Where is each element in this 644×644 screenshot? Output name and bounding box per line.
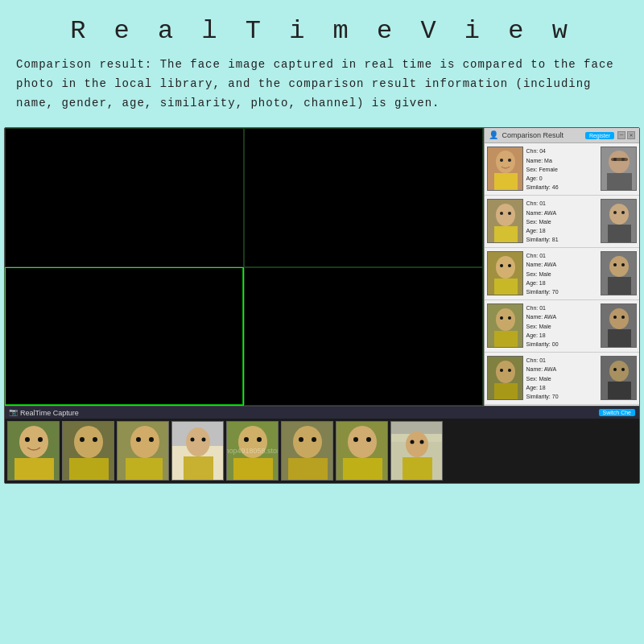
comparison-entry-1: Chn: 04 Name: Ma Sex: Female Age: 0 Simi… [485, 143, 639, 196]
entry-4-chn: Chn: 01 [526, 303, 598, 312]
register-button[interactable]: Register [585, 132, 614, 139]
entry-1-match-photo [601, 147, 637, 191]
entry-2-match-photo [601, 199, 637, 243]
svg-point-25 [508, 264, 511, 267]
svg-rect-38 [608, 329, 631, 348]
capture-bar-title: RealTime Capture [20, 409, 597, 417]
thumbnail-6[interactable] [281, 421, 333, 481]
camera-feed-2 [245, 129, 482, 266]
svg-rect-33 [494, 331, 518, 348]
entry-1-info: Chn: 04 Name: Ma Sex: Female Age: 0 Simi… [526, 147, 598, 192]
thumbnail-2[interactable] [62, 421, 114, 481]
svg-point-4 [508, 159, 511, 162]
thumbnail-7[interactable] [336, 421, 388, 481]
entry-4-sim: Similarity: 00 [526, 340, 598, 349]
thumbnail-4[interactable] [171, 421, 224, 481]
svg-rect-48 [608, 382, 631, 400]
entry-4-info: Chn: 01 Name: AWA Sex: Male Age: 18 Simi… [526, 303, 598, 349]
entry-3-name: Name: AWA [526, 260, 598, 269]
entry-1-age: Age: 0 [526, 174, 598, 183]
entry-4-match-photo [601, 303, 637, 348]
svg-rect-79 [288, 458, 328, 481]
svg-point-35 [508, 316, 511, 320]
svg-rect-74 [233, 458, 273, 481]
entry-2-info: Chn: 01 Name: AWA Sex: Male Age: 18 Simi… [526, 199, 598, 244]
svg-point-20 [621, 211, 625, 214]
capture-bar: 📷 RealTime Capture Switch Che [5, 406, 639, 419]
minimize-button[interactable]: ─ [617, 131, 625, 139]
entry-3-captured-photo [487, 251, 523, 295]
svg-point-47 [609, 361, 629, 382]
page-container: R e a l T i m e V i e w Comparison resul… [0, 0, 644, 644]
capture-bar-icon: 📷 [9, 408, 18, 417]
svg-point-52 [19, 426, 48, 458]
window-controls: ─ ✕ [617, 131, 635, 139]
camera-cell-4 [244, 267, 483, 407]
comparison-entries: Chn: 04 Name: Ma Sex: Female Age: 0 Simi… [485, 143, 639, 406]
svg-rect-13 [494, 226, 518, 243]
entry-3-sim: Similarity: 70 [526, 287, 598, 296]
thumbnail-8[interactable] [390, 421, 443, 481]
comparison-entry-4: Chn: 01 Name: AWA Sex: Male Age: 18 Simi… [485, 300, 639, 353]
svg-point-3 [500, 159, 503, 162]
svg-point-27 [609, 256, 629, 277]
svg-point-70 [191, 438, 195, 442]
svg-point-40 [621, 316, 625, 319]
svg-point-19 [613, 211, 617, 214]
svg-point-90 [406, 431, 428, 457]
bottom-section: 📷 RealTime Capture Switch Che [5, 406, 639, 483]
thumbnails-row: shop4918058.store [5, 419, 639, 483]
svg-point-57 [74, 426, 103, 458]
svg-point-44 [500, 369, 503, 372]
svg-point-24 [500, 264, 503, 267]
switch-channel-button[interactable]: Switch Che [599, 409, 635, 416]
svg-point-55 [38, 437, 43, 442]
svg-point-15 [508, 212, 511, 215]
entry-1-name: Name: Ma [526, 156, 598, 165]
svg-rect-18 [608, 225, 631, 243]
comparison-entry-3: Chn: 01 Name: AWA Sex: Male Age: 18 Simi… [485, 248, 639, 300]
svg-point-62 [130, 426, 159, 458]
entry-2-captured-photo [487, 199, 523, 243]
svg-rect-58 [69, 458, 109, 481]
close-button[interactable]: ✕ [627, 131, 635, 139]
entry-4-sex: Sex: Male [526, 322, 598, 331]
svg-point-17 [609, 204, 629, 225]
svg-rect-84 [343, 458, 382, 481]
thumbnail-5[interactable]: shop4918058.store [226, 421, 279, 481]
svg-point-85 [353, 437, 358, 442]
entry-4-name: Name: AWA [526, 312, 598, 321]
page-description: Comparison result: The face image captur… [16, 56, 628, 113]
thumbnail-1[interactable] [7, 421, 60, 481]
svg-point-76 [257, 437, 262, 442]
entry-4-captured-photo [487, 303, 523, 348]
entry-2-sim: Similarity: 81 [526, 235, 598, 244]
svg-point-45 [508, 369, 511, 372]
entry-2-sex: Sex: Male [526, 217, 598, 226]
svg-point-39 [613, 316, 617, 319]
entry-5-info: Chn: 01 Name: AWA Sex: Male Age: 18 Simi… [526, 356, 598, 401]
svg-rect-43 [494, 383, 518, 400]
svg-point-54 [25, 437, 30, 442]
svg-rect-7 [607, 173, 632, 191]
svg-point-6 [609, 151, 630, 173]
svg-point-73 [238, 426, 267, 458]
svg-point-83 [348, 426, 377, 458]
svg-rect-53 [14, 458, 54, 481]
entry-5-captured-photo [487, 356, 523, 400]
camera-grid [5, 128, 484, 406]
comparison-icon: 👤 [489, 130, 498, 140]
svg-point-75 [244, 437, 249, 442]
svg-point-86 [366, 437, 371, 442]
ui-main: 👤 Comparison Result Register ─ ✕ [5, 128, 639, 406]
entry-1-captured-photo [487, 147, 523, 191]
entry-1-sim: Similarity: 46 [526, 183, 598, 192]
svg-point-22 [496, 256, 515, 279]
camera-cell-2 [244, 128, 483, 267]
entry-5-match-photo [601, 356, 637, 400]
thumbnail-3[interactable] [117, 421, 169, 481]
svg-point-78 [293, 426, 322, 458]
svg-point-42 [496, 361, 515, 383]
svg-point-81 [312, 437, 316, 442]
svg-point-59 [80, 437, 85, 442]
